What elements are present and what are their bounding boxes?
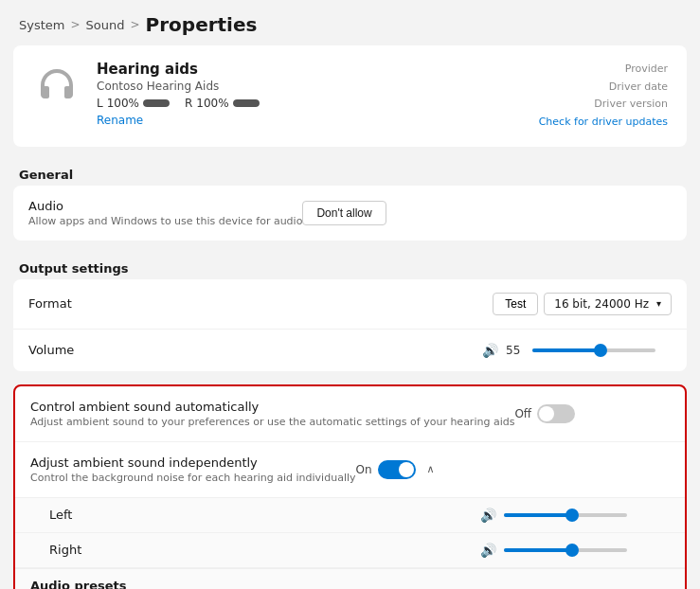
volume-label: Volume xyxy=(28,343,482,357)
adjust-ambient-label-wrap: Adjust ambient sound independently Contr… xyxy=(30,455,356,484)
breadcrumb-system[interactable]: System xyxy=(19,18,64,32)
vol-right-bar xyxy=(233,99,260,107)
dont-allow-button[interactable]: Don't allow xyxy=(302,201,386,225)
vol-left-pct: 100% xyxy=(107,97,139,110)
ambient-card: Control ambient sound automatically Adju… xyxy=(13,384,687,589)
breadcrumb-sep1: > xyxy=(70,18,80,31)
vol-left: L 100% xyxy=(97,97,170,110)
volume-number: 55 xyxy=(506,344,525,357)
volume-speaker-icon: 🔊 xyxy=(482,343,498,358)
control-toggle-label: Off xyxy=(514,407,531,420)
vol-right-pct: 100% xyxy=(196,97,228,110)
general-card: Audio Allow apps and Windows to use this… xyxy=(13,186,687,241)
breadcrumb: System > Sound > Properties xyxy=(0,0,700,45)
breadcrumb-properties: Properties xyxy=(146,13,258,36)
right-speaker-icon: 🔊 xyxy=(480,543,496,558)
right-slider-track[interactable] xyxy=(504,548,627,552)
format-row: Format Test 16 bit, 24000 Hz ▾ xyxy=(13,279,687,330)
adjust-toggle-wrap: On ∧ xyxy=(356,460,435,479)
vol-left-bar xyxy=(143,99,170,107)
test-button[interactable]: Test xyxy=(493,293,538,315)
control-ambient-sub: Adjust ambient sound to your preferences… xyxy=(30,416,514,428)
vol-left-label: L xyxy=(97,97,103,110)
device-name: Hearing aids xyxy=(97,61,524,78)
adjust-toggle-label: On xyxy=(356,463,372,476)
left-row: Left 🔊 xyxy=(15,498,685,533)
device-header: Hearing aids Contoso Hearing Aids L 100%… xyxy=(13,45,687,147)
volume-row: Volume 🔊 55 xyxy=(13,330,687,371)
adjust-ambient-label: Adjust ambient sound independently xyxy=(30,455,356,470)
control-ambient-label-wrap: Control ambient sound automatically Adju… xyxy=(30,400,514,428)
driver-link[interactable]: Check for driver updates xyxy=(539,114,668,132)
adjust-ambient-sub: Control the background noise for each he… xyxy=(30,472,356,484)
output-section-label: Output settings xyxy=(0,254,700,279)
audio-row: Audio Allow apps and Windows to use this… xyxy=(13,186,687,241)
audio-label-wrap: Audio Allow apps and Windows to use this… xyxy=(28,199,302,227)
left-slider-thumb xyxy=(565,509,579,522)
device-meta: Provider Driver date Driver version Chec… xyxy=(539,61,668,132)
device-volumes: L 100% R 100% xyxy=(97,97,524,110)
right-slider-area: 🔊 xyxy=(480,543,670,558)
meta-provider: Provider xyxy=(539,61,668,79)
control-ambient-row: Control ambient sound automatically Adju… xyxy=(15,386,685,442)
vol-right-label: R xyxy=(185,97,192,110)
adjust-ambient-toggle[interactable] xyxy=(378,460,416,479)
left-slider-area: 🔊 xyxy=(480,508,670,523)
control-ambient-label: Control ambient sound automatically xyxy=(30,400,514,414)
device-info: Hearing aids Contoso Hearing Aids L 100%… xyxy=(97,61,524,127)
meta-driver-version: Driver version xyxy=(539,96,668,114)
audio-sub: Allow apps and Windows to use this devic… xyxy=(28,215,302,227)
volume-slider-fill xyxy=(532,348,601,352)
audio-label: Audio xyxy=(28,199,302,213)
adjust-chevron-icon[interactable]: ∧ xyxy=(427,463,435,475)
vol-right: R 100% xyxy=(185,97,260,110)
control-ambient-toggle[interactable] xyxy=(537,404,575,423)
left-label: Left xyxy=(49,508,480,522)
format-label: Format xyxy=(28,296,493,311)
left-slider-fill xyxy=(504,513,572,517)
general-section-label: General xyxy=(0,160,700,186)
device-icon xyxy=(32,61,81,110)
device-rename[interactable]: Rename xyxy=(97,114,524,127)
format-dropdown[interactable]: 16 bit, 24000 Hz ▾ xyxy=(544,293,672,315)
format-value: 16 bit, 24000 Hz xyxy=(554,297,649,311)
output-card: Format Test 16 bit, 24000 Hz ▾ Volume 🔊 … xyxy=(13,279,687,371)
right-slider-fill xyxy=(504,548,572,552)
presets-section-label: Audio presets xyxy=(15,568,685,589)
volume-slider-thumb xyxy=(594,344,607,357)
meta-driver-date: Driver date xyxy=(539,79,668,97)
left-slider-track[interactable] xyxy=(504,513,627,517)
format-chevron-icon: ▾ xyxy=(656,298,661,309)
right-row: Right 🔊 xyxy=(15,533,685,568)
control-toggle-wrap: Off xyxy=(514,404,575,423)
breadcrumb-sound[interactable]: Sound xyxy=(86,18,125,32)
left-speaker-icon: 🔊 xyxy=(480,508,496,523)
right-slider-thumb xyxy=(565,544,579,557)
volume-slider-area: 🔊 55 xyxy=(482,343,672,358)
adjust-ambient-row: Adjust ambient sound independently Contr… xyxy=(15,442,685,498)
breadcrumb-sep2: > xyxy=(130,18,139,31)
device-subtitle: Contoso Hearing Aids xyxy=(97,80,524,93)
right-label: Right xyxy=(49,543,480,557)
volume-slider-track[interactable] xyxy=(532,348,655,352)
